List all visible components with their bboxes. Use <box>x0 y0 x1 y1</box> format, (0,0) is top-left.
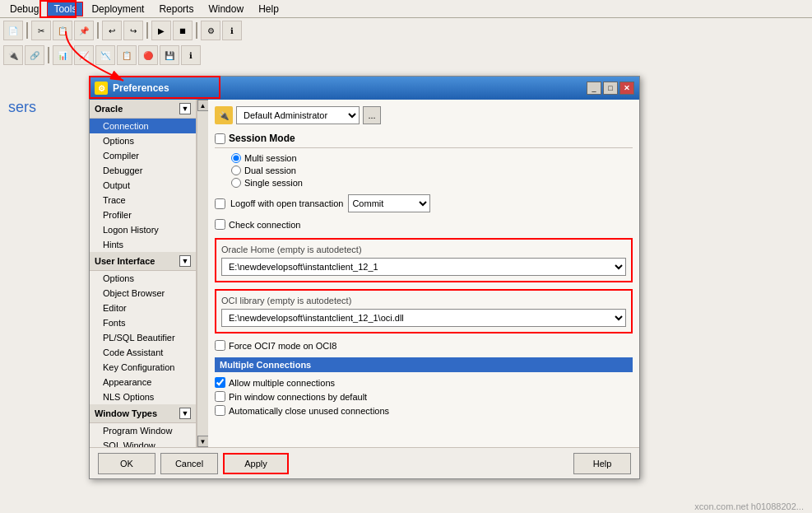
sidebar-item-key-configuration[interactable]: Key Configuration <box>90 360 196 375</box>
radio-single-label: Single session <box>244 178 303 188</box>
tb-connect[interactable]: 🔌 <box>3 45 23 65</box>
sidebar-item-trace[interactable]: Trace <box>90 193 196 208</box>
oracle-expand[interactable]: ▼ <box>179 103 191 114</box>
menu-reports[interactable]: Reports <box>152 2 200 16</box>
ui-expand[interactable]: ▼ <box>179 255 191 267</box>
menu-window[interactable]: Window <box>202 2 250 16</box>
tb-cut[interactable]: ✂ <box>31 21 51 40</box>
session-mode-title: Session Mode <box>229 133 295 144</box>
sidebar-item-plsql-beautifier[interactable]: PL/SQL Beautifier <box>90 330 196 345</box>
force-oci-row: Force OCI7 mode on OCI8 <box>215 340 633 351</box>
radio-single-session: Single session <box>231 178 633 188</box>
oracle-section-header[interactable]: Oracle ▼ <box>90 100 196 119</box>
sep3 <box>146 22 148 39</box>
cancel-button[interactable]: Cancel <box>160 453 218 474</box>
sidebar-item-compiler[interactable]: Compiler <box>90 148 196 163</box>
oracle-home-select[interactable]: E:\newdevelopsoft\instantclient_12_1 <box>221 258 626 276</box>
check-connection-checkbox[interactable] <box>215 219 225 230</box>
minimize-button[interactable]: _ <box>587 82 601 95</box>
ui-section-header[interactable]: User Interface ▼ <box>90 252 196 271</box>
toolbar-row1: 📄 ✂ 📋 📌 ↩ ↪ ▶ ⏹ ⚙ ℹ <box>0 18 245 43</box>
sidebar-item-nls-options[interactable]: NLS Options <box>90 389 196 404</box>
sidebar-item-appearance[interactable]: Appearance <box>90 375 196 389</box>
logoff-checkbox[interactable] <box>215 198 225 209</box>
tb-new[interactable]: 📄 <box>3 21 23 40</box>
sidebar-item-output[interactable]: Output <box>90 178 196 193</box>
tb-r3[interactable]: 📉 <box>95 45 115 65</box>
sidebar-item-connection[interactable]: Connection <box>90 119 196 133</box>
close-button[interactable]: ✕ <box>619 82 634 95</box>
tb-r2[interactable]: 📈 <box>74 45 94 65</box>
tb-r4[interactable]: 📋 <box>117 45 137 65</box>
radio-dual-input[interactable] <box>231 166 241 175</box>
dialog-body: Oracle ▼ Connection Options Compiler Deb… <box>90 100 639 447</box>
sidebar-item-object-browser[interactable]: Object Browser <box>90 286 196 301</box>
sidebar-item-hints[interactable]: Hints <box>90 237 196 252</box>
logoff-row: Logoff with open transaction Commit <box>215 194 633 212</box>
footer-left-buttons: OK Cancel Apply <box>98 453 289 474</box>
tb-r7[interactable]: ℹ <box>181 45 201 65</box>
scroll-up[interactable]: ▲ <box>197 100 209 111</box>
radio-multi-session: Multi session <box>231 153 633 163</box>
ok-button[interactable]: OK <box>98 453 155 474</box>
preferences-icon: ⚙ <box>95 82 108 95</box>
tb-paste[interactable]: 📌 <box>74 21 94 40</box>
sidebar-item-debugger[interactable]: Debugger <box>90 163 196 178</box>
tb-r1[interactable]: 📊 <box>53 45 72 65</box>
pin-window-checkbox[interactable] <box>215 391 225 402</box>
tb-stop[interactable]: ⏹ <box>173 21 193 40</box>
tb-undo[interactable]: ↩ <box>102 21 122 40</box>
sidebar-item-options-ui[interactable]: Options <box>90 271 196 286</box>
sidebar-item-options-oracle[interactable]: Options <box>90 133 196 148</box>
auto-close-checkbox[interactable] <box>215 405 225 416</box>
auto-close-row: Automatically close unused connections <box>215 405 633 416</box>
allow-multiple-checkbox[interactable] <box>215 377 225 388</box>
sidebar-item-editor[interactable]: Editor <box>90 301 196 315</box>
sidebar-item-sql-window[interactable]: SQL Window <box>90 438 196 447</box>
auto-close-label: Automatically close unused connections <box>229 406 389 416</box>
maximize-button[interactable]: □ <box>603 82 618 95</box>
tb-redo[interactable]: ↪ <box>123 21 143 40</box>
connection-more-btn[interactable]: ... <box>363 106 381 124</box>
menu-debug[interactable]: Debug <box>3 2 45 16</box>
sidebar-item-profiler[interactable]: Profiler <box>90 208 196 222</box>
tb-disconnect[interactable]: 🔗 <box>25 45 44 65</box>
logoff-select[interactable]: Commit <box>348 194 430 212</box>
pin-window-label: Pin window connections by default <box>229 392 367 402</box>
radio-dual-session: Dual session <box>231 166 633 175</box>
tb-info[interactable]: ℹ <box>222 21 242 40</box>
radio-multi-input[interactable] <box>231 153 241 163</box>
tb-r5[interactable]: 🔴 <box>138 45 158 65</box>
force-oci-checkbox[interactable] <box>215 340 225 351</box>
tb-r6[interactable]: 💾 <box>160 45 179 65</box>
window-expand[interactable]: ▼ <box>179 408 191 419</box>
sidebar-item-program-window[interactable]: Program Window <box>90 423 196 438</box>
connection-row: 🔌 Default Administrator ... <box>215 106 633 124</box>
tb-gear[interactable]: ⚙ <box>201 21 220 40</box>
sidebar-scrollbar[interactable]: ▲ ▼ <box>197 100 208 447</box>
connection-select[interactable]: Default Administrator <box>236 106 360 124</box>
session-mode-section: Session Mode <box>215 133 633 148</box>
left-panel-label: sers <box>8 99 36 116</box>
tb-run[interactable]: ▶ <box>151 21 171 40</box>
oracle-section-label: Oracle <box>95 104 123 114</box>
sidebar-item-code-assistant[interactable]: Code Assistant <box>90 345 196 360</box>
connection-icon: 🔌 <box>215 106 233 124</box>
session-mode-options: Multi session Dual session Single sessio… <box>231 153 633 188</box>
logoff-label: Logoff with open transaction <box>230 198 343 208</box>
window-section-header[interactable]: Window Types ▼ <box>90 404 196 423</box>
sep2 <box>97 22 99 39</box>
menu-tools[interactable]: Tools <box>47 2 83 16</box>
oci-library-select[interactable]: E:\newdevelopsoft\instantclient_12_1\oci… <box>221 309 626 327</box>
sep5 <box>48 47 49 63</box>
tb-copy[interactable]: 📋 <box>53 21 72 40</box>
menu-help[interactable]: Help <box>252 2 285 16</box>
sidebar-item-fonts[interactable]: Fonts <box>90 315 196 330</box>
sidebar-item-logon-history[interactable]: Logon History <box>90 222 196 237</box>
help-button[interactable]: Help <box>573 453 631 474</box>
radio-single-input[interactable] <box>231 178 241 188</box>
menu-deployment[interactable]: Deployment <box>85 2 151 16</box>
scroll-down[interactable]: ▼ <box>197 436 209 447</box>
session-mode-checkbox[interactable] <box>215 133 225 144</box>
apply-button[interactable]: Apply <box>223 453 289 474</box>
